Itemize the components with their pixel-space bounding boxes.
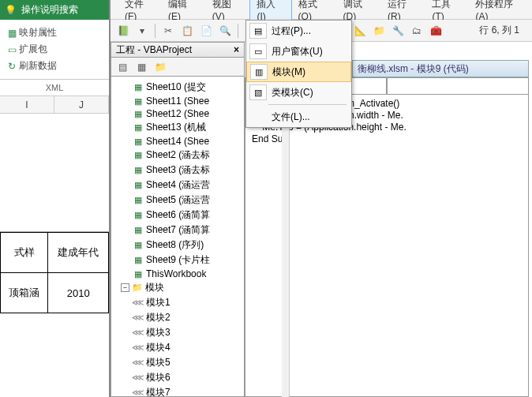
- tree-sheet-item[interactable]: ▦Sheet12 (Shee: [111, 107, 244, 120]
- tree-thisworkbook[interactable]: ▦ThisWorkbook: [111, 268, 244, 280]
- collapse-icon[interactable]: −: [121, 283, 129, 292]
- search-bar[interactable]: 💡 操作说明搜索: [0, 0, 109, 20]
- tree-module-item[interactable]: ⋘模块7: [111, 385, 244, 397]
- cell-r1c2[interactable]: 2010: [48, 273, 109, 313]
- dd-module[interactable]: ▥模块(M): [246, 62, 351, 82]
- cell-h1[interactable]: 式样: [1, 233, 48, 273]
- project-toolbar: ▤ ▦ 📁: [111, 58, 245, 77]
- tree-sheet-item[interactable]: ▦Sheet14 (Shee: [111, 135, 244, 148]
- tree-module-item[interactable]: ⋘模块4: [111, 340, 244, 355]
- sheet-icon: ▦: [132, 122, 144, 133]
- sheet-icon: ▦: [132, 255, 144, 266]
- excel-panel: 💡 操作说明搜索 ▦映射属性 ▭扩展包 ↻刷新数据 XML I J 式样 建成年…: [0, 0, 111, 397]
- menu-bar: 文件(F) 编辑(E) 视图(V) 插入(I) 格式(O) 调试(D) 运行(R…: [111, 0, 532, 20]
- ribbon-group-label: XML: [0, 80, 109, 96]
- copy-icon[interactable]: 📋: [179, 23, 195, 39]
- code-title-text: 衡柳线.xlsm - 模块9 (代码): [358, 62, 469, 76]
- dd-procedure[interactable]: ▤过程(P)...: [246, 21, 351, 41]
- cursor-position: 行 6, 列 1: [479, 24, 519, 37]
- bulb-icon: 💡: [5, 5, 17, 16]
- tree-sheet-item[interactable]: ▦Sheet6 (涵简算: [111, 208, 244, 223]
- pack-icon: ▭: [5, 44, 19, 55]
- separator: [268, 104, 347, 105]
- code-window-title: 衡柳线.xlsm - 模块9 (代码): [352, 60, 529, 77]
- dd-classmodule[interactable]: ▧类模块(C): [246, 82, 351, 103]
- sheet-grid[interactable]: [0, 114, 109, 232]
- tree-sheet-item[interactable]: ▦Sheet8 (序列): [111, 238, 244, 253]
- tree-sheet-item[interactable]: ▦Sheet7 (涵简算: [111, 223, 244, 238]
- folder-icon: 📁: [131, 283, 144, 294]
- sheet-icon: ▦: [132, 82, 144, 93]
- find-icon[interactable]: 🔍: [217, 23, 233, 39]
- sheet-icon: ▦: [132, 108, 144, 119]
- sheet-icon: ▦: [132, 225, 144, 236]
- module-icon: ▥: [250, 64, 268, 80]
- sheet-icon: ▦: [132, 210, 144, 221]
- sheet-icon: ▦: [132, 96, 144, 107]
- procedure-icon: ▤: [249, 23, 267, 39]
- tree-sheet-item[interactable]: ▦Sheet5 (涵运营: [111, 193, 244, 208]
- module-icon: ⋘: [132, 373, 144, 384]
- folder-icon[interactable]: 📁: [152, 59, 168, 75]
- module-icon: ⋘: [132, 328, 144, 339]
- cut-icon[interactable]: ✂: [160, 23, 176, 39]
- tree-sheet-item[interactable]: ▦Sheet13 (机械: [111, 120, 244, 135]
- tree-module-item[interactable]: ⋘模块2: [111, 310, 244, 325]
- col-J[interactable]: J: [54, 96, 109, 113]
- view-code-icon[interactable]: ▤: [114, 59, 130, 75]
- tree-sheet-item[interactable]: ▦Sheet11 (Shee: [111, 95, 244, 107]
- module-icon: ⋘: [132, 388, 144, 398]
- project-title-bar: 工程 - VBAProject ×: [111, 42, 245, 58]
- cell-h2[interactable]: 建成年代: [48, 233, 109, 273]
- userform-icon: ▭: [249, 43, 267, 59]
- sheet-icon: ▦: [132, 165, 144, 176]
- module-icon: ⋘: [132, 343, 144, 354]
- tree-sheet-item[interactable]: ▦Sheet4 (涵运营: [111, 178, 244, 193]
- project-tree[interactable]: ▦Sheet10 (提交▦Sheet11 (Shee▦Sheet12 (Shee…: [111, 77, 245, 397]
- map-icon: ▦: [5, 28, 19, 39]
- ribbon-map-props[interactable]: ▦映射属性: [5, 24, 104, 41]
- browser-icon[interactable]: 🗂: [409, 23, 425, 39]
- ribbon-expand-pack[interactable]: ▭扩展包: [5, 41, 104, 58]
- tree-sheet-item[interactable]: ▦Sheet3 (涵去标: [111, 163, 244, 178]
- dd-userform[interactable]: ▭用户窗体(U): [246, 41, 351, 62]
- table-row: 式样 建成年代: [1, 233, 109, 273]
- cell-r1c1[interactable]: 顶箱涵: [1, 273, 48, 313]
- tree-module-item[interactable]: ⋘模块5: [111, 355, 244, 370]
- view-object-icon[interactable]: ▦: [133, 59, 149, 75]
- paste-icon[interactable]: 📄: [198, 23, 214, 39]
- procedure-dropdown[interactable]: [387, 77, 529, 95]
- tree-sheet-item[interactable]: ▦Sheet9 (卡片柱: [111, 253, 244, 268]
- props-icon[interactable]: 🔧: [390, 23, 406, 39]
- dd-file[interactable]: 文件(L)...: [246, 107, 351, 127]
- col-I[interactable]: I: [0, 96, 54, 113]
- search-placeholder: 操作说明搜索: [21, 3, 78, 17]
- sheet-icon: ▦: [132, 136, 144, 147]
- tree-module-item[interactable]: ⋘模块3: [111, 325, 244, 340]
- classmodule-icon: ▧: [249, 84, 267, 100]
- code-margin: [282, 95, 290, 397]
- separator: [238, 24, 238, 38]
- tree-module-item[interactable]: ⋘模块1: [111, 295, 244, 310]
- project-icon[interactable]: 📁: [371, 23, 387, 39]
- design-icon[interactable]: 📐: [352, 23, 368, 39]
- tree-sheet-item[interactable]: ▦Sheet2 (涵去标: [111, 148, 244, 163]
- separator: [155, 24, 155, 38]
- module-icon: ⋘: [132, 313, 144, 324]
- refresh-icon: ↻: [5, 61, 19, 72]
- ribbon-refresh[interactable]: ↻刷新数据: [5, 58, 104, 74]
- ribbon-xml-group: ▦映射属性 ▭扩展包 ↻刷新数据: [0, 20, 109, 80]
- tree-modules-folder[interactable]: −📁模块: [111, 280, 244, 295]
- insert-dropdown: ▤过程(P)... ▭用户窗体(U) ▥模块(M) ▧类模块(C) 文件(L).…: [245, 20, 352, 128]
- toolbox-icon[interactable]: 🧰: [428, 23, 444, 39]
- tree-sheet-item[interactable]: ▦Sheet10 (提交: [111, 80, 244, 95]
- table-row: 顶箱涵 2010: [1, 273, 109, 313]
- project-title: 工程 - VBAProject: [116, 43, 192, 57]
- data-table: 式样 建成年代 顶箱涵 2010: [0, 232, 109, 313]
- excel-icon[interactable]: 📗: [115, 23, 131, 39]
- module-icon: ⋘: [132, 358, 144, 369]
- tb-dropdown-icon[interactable]: ▾: [134, 23, 150, 39]
- tree-module-item[interactable]: ⋘模块6: [111, 370, 244, 385]
- module-icon: ⋘: [132, 298, 144, 309]
- close-icon[interactable]: ×: [234, 44, 239, 55]
